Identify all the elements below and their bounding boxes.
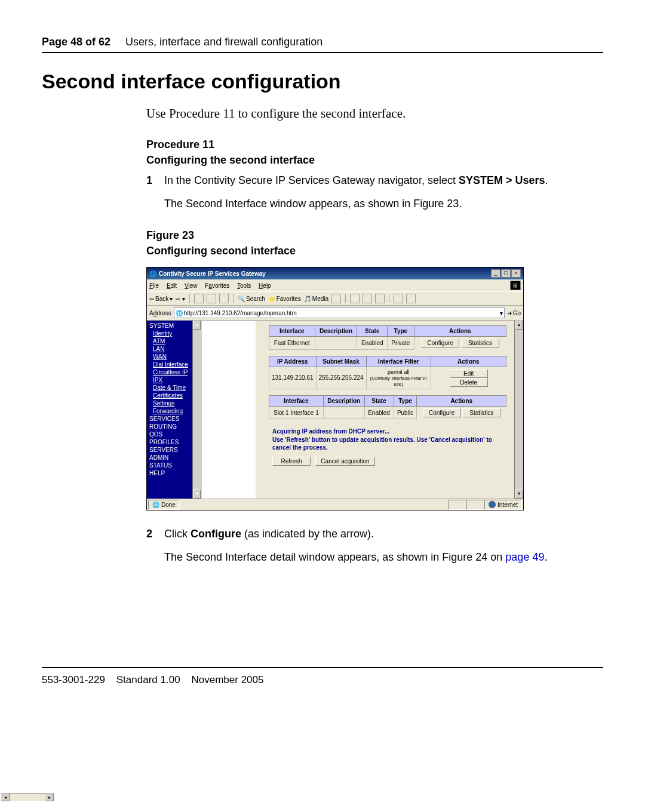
back-button[interactable]: ⇦ Back ▾ — [149, 296, 173, 302]
home-icon[interactable] — [219, 294, 229, 303]
edit-icon[interactable] — [375, 294, 385, 303]
page-header: Page 48 of 62 Users, interface and firew… — [42, 36, 603, 53]
forward-button[interactable]: ⇨ ▾ — [176, 296, 185, 302]
toolbar: ⇦ Back ▾ ⇨ ▾ 🔍Search ⭐Favorites 🎵Media — [147, 291, 523, 306]
menu-view[interactable]: View — [185, 282, 198, 289]
delete-button[interactable]: Delete — [450, 378, 488, 387]
go-button[interactable]: ➜Go — [507, 310, 521, 316]
menu-tools[interactable]: Tools — [237, 282, 251, 289]
main-vscroll[interactable]: ▴ ▾ — [514, 321, 523, 499]
nav-sidebar: SYSTEM Identity ATM LAN WAN Dial Interfa… — [147, 321, 202, 499]
maximize-button[interactable]: □ — [501, 269, 511, 278]
internet-zone-icon — [489, 501, 496, 508]
step-1-result: The Second Interface window appears, as … — [164, 196, 603, 212]
history-icon[interactable] — [331, 294, 341, 303]
interface-table-2: Interface Description State Type Actions… — [269, 395, 506, 420]
edit-button[interactable]: Edit — [450, 369, 488, 378]
print-icon[interactable] — [363, 294, 372, 303]
status-zone: Internet — [484, 500, 522, 510]
status-bar: 🌐 Done Internet — [147, 499, 523, 510]
close-button[interactable]: × — [511, 269, 521, 278]
menu-favorites[interactable]: Favorites — [205, 282, 229, 289]
window-titlebar: 🌐 Contivity Secure IP Services Gateway _… — [147, 267, 523, 279]
chevron-down-icon[interactable]: ▾ — [500, 310, 503, 316]
ie-icon: 🌐 — [149, 270, 156, 277]
page-section: Users, interface and firewall configurat… — [125, 36, 322, 48]
media-button[interactable]: 🎵Media — [304, 296, 328, 302]
menu-edit[interactable]: Edit — [167, 282, 177, 289]
menubar: File Edit View Favorites Tools Help ⊞ — [147, 279, 523, 291]
content-area: SYSTEM Identity ATM LAN WAN Dial Interfa… — [147, 321, 523, 499]
cancel-acquisition-button[interactable]: Cancel acquisition — [315, 457, 374, 466]
document-page: Page 48 of 62 Users, interface and firew… — [0, 0, 645, 704]
stop-icon[interactable] — [194, 294, 204, 303]
window-title: Contivity Secure IP Services Gateway — [159, 270, 266, 277]
address-bar: Address 🌐 http://131.149.210.62/manage/t… — [147, 306, 523, 321]
refresh-icon[interactable] — [207, 294, 216, 303]
lead-paragraph: Use Procedure 11 to configure the second… — [146, 106, 603, 121]
minimize-button[interactable]: _ — [491, 269, 500, 278]
menu-file[interactable]: File — [149, 282, 159, 289]
search-button[interactable]: 🔍Search — [238, 296, 265, 302]
address-input[interactable]: 🌐 http://131.149.210.62/manage/topman.ht… — [174, 307, 505, 318]
refresh-button[interactable]: Refresh — [272, 457, 311, 466]
main-panel: Interface Description State Type Actions… — [256, 321, 523, 499]
windows-logo-icon: ⊞ — [510, 281, 521, 290]
statistics-button-2[interactable]: Statistics — [462, 408, 500, 417]
menu-help[interactable]: Help — [259, 282, 271, 289]
procedure-heading: Procedure 11 Configuring the second inte… — [146, 137, 603, 168]
ip-table: IP Address Subnet Mask Interface Filter … — [269, 356, 506, 389]
step-2-result: The Second Interface detail window appea… — [164, 549, 603, 565]
dhcp-note: Acquiring IP address from DHCP server...… — [269, 425, 506, 457]
table-row: Fast Ethernet Enabled Private Configure … — [269, 337, 506, 350]
status-done: 🌐 Done — [148, 500, 180, 510]
body-content: Use Procedure 11 to configure the second… — [146, 106, 603, 565]
favorites-button[interactable]: ⭐Favorites — [268, 296, 301, 302]
page-number: Page 48 of 62 — [42, 36, 110, 48]
discuss-icon[interactable] — [394, 294, 403, 303]
mail-icon[interactable] — [350, 294, 360, 303]
figure-heading: Figure 23 Configuring second interface — [146, 227, 603, 259]
section-title: Second interface configuration — [42, 70, 603, 93]
address-label: Address — [149, 310, 171, 316]
page-49-link[interactable]: page 49 — [505, 551, 544, 563]
step-2: 2 Click Configure (as indicated by the a… — [146, 526, 603, 542]
statistics-button[interactable]: Statistics — [461, 339, 499, 347]
messenger-icon[interactable] — [406, 294, 416, 303]
configure-button-2[interactable]: Configure — [423, 408, 461, 417]
browser-screenshot: 🌐 Contivity Secure IP Services Gateway _… — [146, 267, 524, 510]
table-row: 131.149.210.61 255.255.255.224 permit al… — [269, 367, 506, 389]
interface-table-1: Interface Description State Type Actions… — [269, 325, 506, 350]
step-1: 1 In the Contivity Secure IP Services Ga… — [146, 173, 603, 189]
sidebar-vscroll[interactable]: ▴ ▾ — [192, 321, 201, 499]
table-row: Slot 1 Interface 1 Enabled Public Config… — [269, 406, 506, 419]
page-footer: 553-3001-229 Standard 1.00 November 2005 — [42, 667, 603, 686]
configure-button[interactable]: Configure — [421, 339, 459, 347]
